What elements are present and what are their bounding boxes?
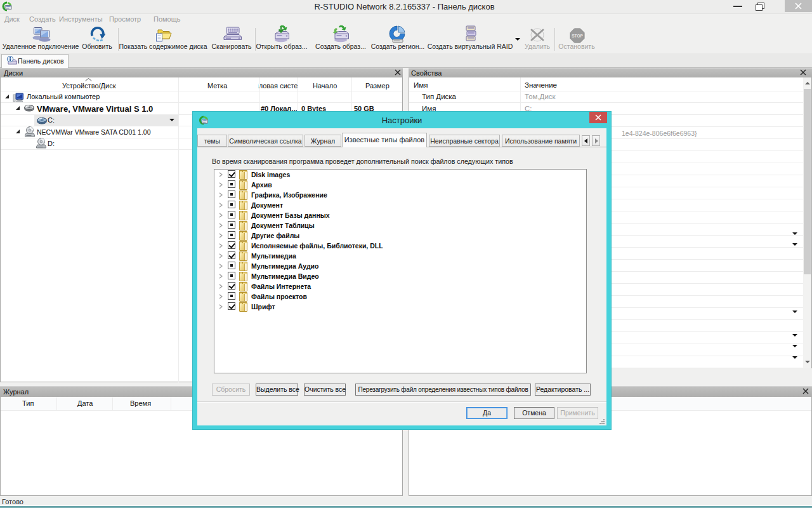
svg-text:STOP: STOP bbox=[572, 34, 583, 38]
